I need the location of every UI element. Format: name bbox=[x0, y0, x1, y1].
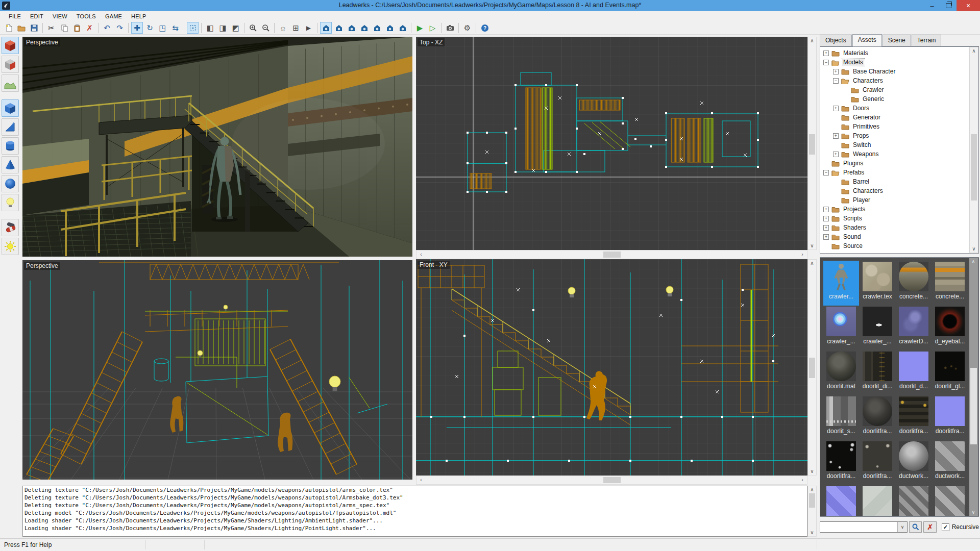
object-align-3-button[interactable]: ◩ bbox=[230, 22, 241, 34]
close-button[interactable]: × bbox=[957, 0, 980, 11]
scroll-down-icon[interactable]: ∨ bbox=[808, 530, 816, 535]
options-button[interactable]: ⚙ bbox=[461, 22, 473, 34]
asset-thumb-doorlit-d-[interactable]: doorlit_d... bbox=[896, 350, 932, 395]
tab-terrain[interactable]: Terrain bbox=[912, 35, 942, 46]
menu-help[interactable]: HELP bbox=[127, 12, 151, 20]
screenshot-button[interactable] bbox=[444, 22, 456, 34]
scroll-down-icon[interactable]: ∨ bbox=[808, 469, 816, 474]
zoom-in-button[interactable] bbox=[247, 22, 259, 34]
zoom-extents-button[interactable]: ⊞ bbox=[290, 22, 302, 34]
viewport-top-xz[interactable]: Top - XZ bbox=[416, 37, 807, 250]
asset-thumb-ductwork-[interactable]: ductwork... bbox=[932, 440, 968, 485]
scrollbar-thumb[interactable] bbox=[809, 358, 815, 378]
scroll-down-icon[interactable]: ∨ bbox=[970, 246, 978, 252]
asset-thumb-crawlerd-[interactable]: crawlerD... bbox=[896, 306, 932, 350]
asset-thumb-partial-21[interactable] bbox=[860, 485, 895, 517]
clear-search-button[interactable]: ✗ bbox=[923, 521, 936, 533]
tree-item-plugins[interactable]: Plugins bbox=[820, 159, 978, 168]
asset-thumb-doorlitfra-[interactable]: doorlitfra... bbox=[823, 440, 859, 485]
tree-item-weapons[interactable]: +Weapons bbox=[820, 149, 978, 159]
tree-item-shaders[interactable]: +Shaders bbox=[820, 223, 978, 232]
asset-thumb-partial-22[interactable] bbox=[896, 485, 932, 517]
tree-item-generator[interactable]: Generator bbox=[820, 113, 978, 122]
asset-thumb-doorlitfra-[interactable]: doorlitfra... bbox=[860, 440, 895, 485]
asset-thumb-concrete-[interactable]: concrete... bbox=[932, 261, 968, 306]
new-file-button[interactable] bbox=[3, 22, 14, 34]
run-game-debug-button[interactable]: ▷ bbox=[427, 22, 438, 34]
recursive-checkbox[interactable]: ✓ bbox=[942, 523, 949, 531]
asset-thumbnail-browser[interactable]: crawler...crawler.texconcrete...concrete… bbox=[820, 257, 979, 517]
tree-item-source[interactable]: Source bbox=[820, 241, 978, 251]
scale-tool-button[interactable]: ◳ bbox=[157, 22, 168, 34]
scroll-down-icon[interactable]: ∨ bbox=[969, 510, 977, 515]
asset-thumb-concrete-[interactable]: concrete... bbox=[896, 261, 932, 306]
menu-game[interactable]: GAME bbox=[101, 12, 127, 20]
thumbnails-vscrollbar[interactable]: ∧ ∨ bbox=[969, 258, 978, 516]
tree-item-props[interactable]: +Props bbox=[820, 131, 978, 140]
tree-item-generic[interactable]: Generic bbox=[820, 94, 978, 104]
cone-primitive-button[interactable] bbox=[2, 156, 19, 173]
help-button[interactable]: ? bbox=[479, 22, 491, 34]
asset-thumb-crawler-[interactable]: crawler_... bbox=[823, 306, 859, 350]
collapse-icon[interactable]: − bbox=[823, 60, 829, 65]
scroll-up-icon[interactable]: ∧ bbox=[808, 261, 816, 266]
expand-icon[interactable]: + bbox=[833, 152, 839, 157]
scrollbar-thumb[interactable] bbox=[603, 477, 621, 483]
expand-icon[interactable]: + bbox=[823, 216, 829, 221]
expand-icon[interactable]: + bbox=[833, 69, 839, 74]
tree-item-scripts[interactable]: +Scripts bbox=[820, 214, 978, 223]
shear-tool-button[interactable]: ⇆ bbox=[169, 22, 181, 34]
tree-item-prefabs[interactable]: −Prefabs bbox=[820, 168, 978, 177]
bottom-viewport-hscrollbar[interactable]: ‹ › bbox=[416, 475, 807, 485]
asset-thumb-doorlit-mat[interactable]: doorlit.mat bbox=[823, 350, 859, 395]
paste-button[interactable] bbox=[71, 22, 83, 34]
tab-scene[interactable]: Scene bbox=[883, 35, 911, 46]
tree-item-primitives[interactable]: Primitives bbox=[820, 122, 978, 131]
asset-thumb-doorlit-gl-[interactable]: doorlit_gl... bbox=[932, 350, 968, 395]
asset-thumb-crawler-[interactable]: crawler_... bbox=[860, 306, 895, 350]
redo-button[interactable]: ↷ bbox=[114, 22, 126, 34]
viewport-perspective-wireframe[interactable]: Perspective bbox=[22, 260, 412, 480]
asset-thumb-doorlitfra-[interactable]: doorlitfra... bbox=[896, 395, 932, 440]
prefab-tool-button[interactable] bbox=[2, 219, 19, 236]
menu-tools[interactable]: TOOLS bbox=[72, 12, 101, 20]
run-game-button[interactable]: ▶ bbox=[414, 22, 426, 34]
point-light-button[interactable] bbox=[2, 194, 19, 211]
view-bottom-button[interactable] bbox=[397, 22, 408, 34]
zoom-out-button[interactable] bbox=[260, 22, 272, 34]
expand-icon[interactable]: + bbox=[823, 234, 829, 240]
viewport-front-xy[interactable]: Front - XY bbox=[416, 259, 807, 475]
environment-probe-button[interactable] bbox=[2, 238, 19, 255]
menu-edit[interactable]: EDIT bbox=[26, 12, 48, 20]
tab-assets[interactable]: Assets bbox=[852, 34, 882, 46]
box-primitive-button[interactable] bbox=[2, 99, 19, 117]
expand-icon[interactable]: + bbox=[823, 207, 829, 212]
asset-thumb-doorlitfra-[interactable]: doorlitfra... bbox=[932, 395, 968, 440]
object-align-2-button[interactable]: ◨ bbox=[217, 22, 229, 34]
top-viewport-vscrollbar[interactable]: ∧ ∨ bbox=[807, 37, 817, 250]
search-combobox[interactable]: ∨ bbox=[820, 521, 908, 533]
expand-icon[interactable]: + bbox=[833, 106, 839, 111]
tree-item-projects[interactable]: +Projects bbox=[820, 205, 978, 214]
copy-button[interactable] bbox=[58, 22, 70, 34]
open-project-button[interactable] bbox=[15, 22, 27, 34]
scroll-left-icon[interactable]: ‹ bbox=[417, 252, 425, 257]
view-right-button[interactable] bbox=[371, 22, 383, 34]
console-log[interactable]: Deleting texture "C:/Users/Josh/Document… bbox=[22, 486, 807, 537]
tree-item-characters[interactable]: −Characters bbox=[820, 76, 978, 85]
asset-folder-tree[interactable]: +Materials−Models+Base Character−Charact… bbox=[820, 46, 979, 254]
scroll-up-icon[interactable]: ∧ bbox=[808, 487, 816, 492]
csg-subtract-brush-button[interactable] bbox=[2, 56, 19, 73]
tree-item-characters[interactable]: Characters bbox=[820, 186, 978, 195]
minimize-button[interactable]: – bbox=[924, 0, 940, 11]
expand-icon[interactable]: + bbox=[833, 133, 839, 139]
asset-thumb-partial-23[interactable] bbox=[932, 485, 968, 517]
tree-item-player[interactable]: Player bbox=[820, 195, 978, 205]
grid-snap-button[interactable] bbox=[187, 22, 199, 34]
search-input[interactable] bbox=[821, 522, 901, 532]
asset-thumb-ductwork-[interactable]: ductwork... bbox=[896, 440, 932, 485]
asset-thumb-d-eyebal-[interactable]: d_eyebal... bbox=[932, 306, 968, 350]
undo-button[interactable]: ↶ bbox=[101, 22, 113, 34]
scroll-right-icon[interactable]: › bbox=[798, 478, 806, 483]
asset-thumb-crawler-tex[interactable]: crawler.tex bbox=[860, 261, 895, 306]
